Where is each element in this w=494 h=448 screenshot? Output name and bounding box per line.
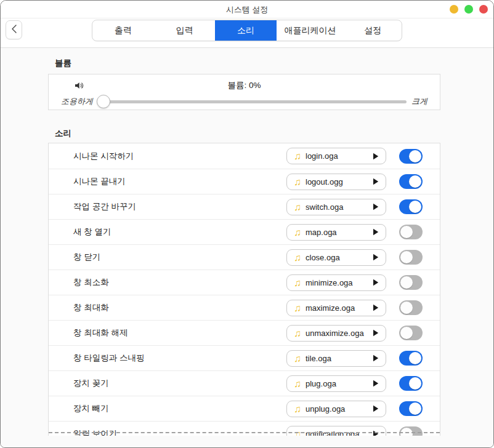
play-icon <box>373 405 379 412</box>
sound-event-row: 창 최대화 ♫ maximize.oga <box>49 295 440 320</box>
toggle-knob <box>400 226 413 238</box>
play-icon <box>373 354 379 362</box>
sound-file-button[interactable]: ♫ maximize.oga <box>286 300 386 316</box>
sound-toggle[interactable] <box>399 275 423 290</box>
play-sound-button[interactable] <box>373 304 379 311</box>
sound-event-label: 장치 꽂기 <box>73 378 286 389</box>
play-sound-button[interactable] <box>373 254 379 261</box>
sound-file-name: close.oga <box>306 253 373 262</box>
toggle-knob <box>400 302 413 314</box>
sound-event-label: 작업 공간 바꾸기 <box>73 201 286 212</box>
sound-file-button[interactable]: ♫ map.oga <box>286 224 386 241</box>
volume-slider-handle[interactable] <box>97 95 110 108</box>
sound-file-name: unplug.oga <box>306 404 373 414</box>
sound-file-button[interactable]: ♫ unplug.oga <box>286 401 386 417</box>
sound-toggle[interactable] <box>399 376 423 391</box>
sound-file-button[interactable]: ♫ login.oga <box>286 148 386 164</box>
sound-file-button[interactable]: ♫ logout.ogg <box>286 174 386 190</box>
sound-file-button[interactable]: ♫ tile.oga <box>286 350 386 367</box>
sound-event-row: 시나몬 시작하기 ♫ login.oga <box>49 143 440 169</box>
music-note-icon: ♫ <box>294 202 301 212</box>
sound-toggle[interactable] <box>399 351 423 366</box>
play-sound-button[interactable] <box>373 153 379 160</box>
sound-file-button[interactable]: ♫ minimize.oga <box>286 274 386 291</box>
sound-event-row: 장치 꽂기 ♫ plug.oga <box>49 370 440 396</box>
minimize-button[interactable] <box>450 5 458 14</box>
sound-file-button[interactable]: ♫ unmaximize.oga <box>286 325 386 342</box>
tab-2[interactable]: 소리 <box>215 20 277 41</box>
music-note-icon: ♫ <box>294 379 301 388</box>
play-sound-button[interactable] <box>373 380 379 387</box>
play-icon <box>373 380 379 387</box>
play-icon <box>373 329 379 337</box>
window-controls <box>450 5 488 14</box>
back-button[interactable] <box>6 20 22 39</box>
sound-event-label: 장치 빼기 <box>73 403 286 414</box>
sound-file-button[interactable]: ♫ notification.oga <box>286 426 386 436</box>
toggle-knob <box>409 402 421 415</box>
volume-slider-track[interactable] <box>103 100 407 103</box>
sound-toggle[interactable] <box>399 199 423 214</box>
volume-slider[interactable] <box>97 95 408 108</box>
play-icon <box>373 279 379 286</box>
toggle-knob <box>400 251 413 263</box>
sound-event-label: 창 타일링과 스내핑 <box>73 353 286 364</box>
sound-event-label: 창 최대화 해제 <box>73 327 286 338</box>
music-note-icon: ♫ <box>294 278 301 287</box>
sound-toggle[interactable] <box>399 300 423 315</box>
sound-toggle[interactable] <box>399 149 423 164</box>
toggle-knob <box>409 150 421 162</box>
volume-value-label: 볼륨: 0% <box>49 80 440 91</box>
toggle-knob <box>400 276 413 289</box>
volume-max-label: 크게 <box>411 96 427 107</box>
music-note-icon: ♫ <box>294 404 301 414</box>
play-sound-button[interactable] <box>373 430 379 436</box>
volume-slider-row: 조용하게 크게 <box>49 94 440 110</box>
sounds-section-title: 소리 <box>55 128 71 139</box>
play-icon <box>373 228 379 236</box>
sound-event-label: 창 최소화 <box>73 277 286 288</box>
play-sound-button[interactable] <box>373 228 379 236</box>
play-sound-button[interactable] <box>373 354 379 362</box>
play-icon <box>373 178 379 185</box>
sound-file-button[interactable]: ♫ plug.oga <box>286 375 386 392</box>
sound-event-label: 창 최대화 <box>73 302 286 313</box>
play-icon <box>373 430 379 436</box>
sound-toggle[interactable] <box>399 225 423 239</box>
play-sound-button[interactable] <box>373 178 379 185</box>
play-icon <box>373 254 379 261</box>
sound-event-row: 알림 보이기 ♫ notification.oga <box>49 421 440 436</box>
tab-0[interactable]: 출력 <box>92 20 154 41</box>
tab-4[interactable]: 설정 <box>344 20 402 41</box>
tab-1[interactable]: 입력 <box>154 20 216 41</box>
sound-toggle[interactable] <box>399 174 423 189</box>
sound-file-name: switch.oga <box>306 202 373 212</box>
sound-file-button[interactable]: ♫ switch.oga <box>286 199 386 215</box>
window-title: 시스템 설정 <box>1 1 493 18</box>
close-button[interactable] <box>479 5 488 14</box>
sound-toggle[interactable] <box>399 250 423 265</box>
play-sound-button[interactable] <box>373 279 379 286</box>
volume-header-row: 볼륨: 0% <box>49 79 440 94</box>
play-sound-button[interactable] <box>373 203 379 210</box>
sound-file-name: minimize.oga <box>306 278 373 287</box>
sounds-list: 시나몬 시작하기 ♫ login.oga 시나몬 끝내기 ♫ logout.og… <box>48 143 440 436</box>
toggle-knob <box>400 327 413 339</box>
sound-file-name: logout.ogg <box>306 177 373 186</box>
titlebar[interactable]: 시스템 설정 <box>1 1 493 18</box>
sound-event-label: 창 닫기 <box>73 252 286 263</box>
sound-toggle[interactable] <box>399 326 423 340</box>
toggle-knob <box>409 352 421 364</box>
toggle-knob <box>409 175 421 188</box>
sound-event-row: 작업 공간 바꾸기 ♫ switch.oga <box>49 194 440 219</box>
sound-toggle[interactable] <box>399 401 423 416</box>
sound-file-button[interactable]: ♫ close.oga <box>286 249 386 266</box>
play-sound-button[interactable] <box>373 405 379 412</box>
maximize-button[interactable] <box>464 5 473 14</box>
play-sound-button[interactable] <box>373 329 379 337</box>
sound-event-row: 장치 빼기 ♫ unplug.oga <box>49 396 440 421</box>
sound-event-row: 창 최대화 해제 ♫ unmaximize.oga <box>49 320 440 345</box>
music-note-icon: ♫ <box>294 430 301 436</box>
tab-3[interactable]: 애플리케이션 <box>277 20 344 41</box>
sound-toggle[interactable] <box>399 426 423 436</box>
